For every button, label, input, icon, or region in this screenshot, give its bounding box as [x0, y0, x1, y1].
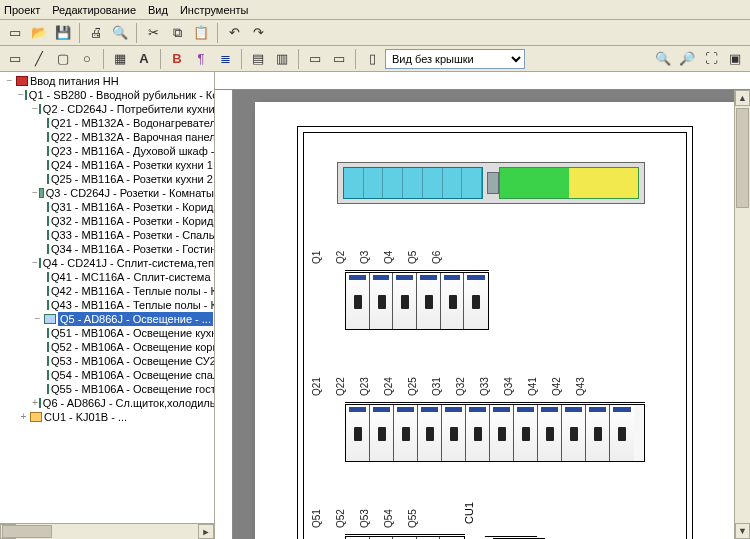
scroll-thumb[interactable]	[2, 525, 52, 538]
breaker-Q34[interactable]	[538, 405, 562, 461]
tree-item[interactable]: Q21 - MB132A - Водонагреватель -	[2, 116, 214, 130]
breaker-Q42[interactable]	[586, 405, 610, 461]
preview-button[interactable]: 🔍	[109, 22, 131, 44]
tree-q4[interactable]: −Q4 - CD241J - Сплит-система,теплые -	[2, 256, 214, 270]
bold-button[interactable]: B	[166, 48, 188, 70]
breaker-Q1[interactable]	[346, 273, 370, 329]
menu-view[interactable]: Вид	[148, 4, 168, 16]
scroll-up-icon[interactable]: ▲	[735, 90, 750, 106]
tree-hscrollbar[interactable]: ◄ ►	[0, 523, 214, 539]
zoom-out-button[interactable]: 🔎	[676, 48, 698, 70]
paste-button[interactable]: 📋	[190, 22, 212, 44]
tool-d[interactable]: ▭	[328, 48, 350, 70]
breaker-label: Q55	[407, 504, 435, 528]
canvas-vscrollbar[interactable]: ▲ ▼	[734, 90, 750, 539]
print-button[interactable]: 🖨	[85, 22, 107, 44]
tool-b[interactable]: ▥	[271, 48, 293, 70]
tree-item[interactable]: Q34 - MB116A - Розетки - Гостиная	[2, 242, 214, 256]
view-mode-select[interactable]: Вид без крышки	[385, 49, 525, 69]
zoom-in-button[interactable]: 🔍	[652, 48, 674, 70]
copy-button[interactable]: ⧉	[166, 22, 188, 44]
breaker-row-2: Q21Q22Q23Q24Q25Q31Q32Q33Q34Q41Q42Q43	[345, 374, 645, 462]
drawing-canvas[interactable]: Q1Q2Q3Q4Q5Q6 Q21Q22Q23Q24Q25Q31Q32Q33Q34…	[215, 72, 750, 539]
tree-panel: −Ввод питания НН −Q1 - SB280 - Вводной р…	[0, 72, 215, 539]
tree-q6[interactable]: +Q6 - AD866J - Сл.щиток,холодильник - ..…	[2, 396, 214, 410]
line-tool[interactable]: ╱	[28, 48, 50, 70]
cut-button[interactable]: ✂	[142, 22, 164, 44]
breaker-row-3: Q51Q52Q53Q54Q55 CU1	[345, 506, 545, 539]
text-tool[interactable]: A	[133, 48, 155, 70]
tree-item[interactable]: Q42 - MB116A - Теплые полы - Кух	[2, 284, 214, 298]
neutral-bus[interactable]	[343, 167, 483, 199]
tool-a[interactable]: ▤	[247, 48, 269, 70]
breaker-Q4[interactable]	[417, 273, 441, 329]
breaker-Q5[interactable]	[441, 273, 465, 329]
menu-project[interactable]: Проект	[4, 4, 40, 16]
toolbar-1: ▭ 📂 💾 🖨 🔍 ✂ ⧉ 📋 ↶ ↷	[0, 20, 750, 46]
grid-button[interactable]: ▦	[109, 48, 131, 70]
horizontal-ruler	[215, 72, 750, 90]
menu-edit[interactable]: Редактирование	[52, 4, 136, 16]
new-button[interactable]: ▭	[4, 22, 26, 44]
vertical-ruler	[215, 90, 233, 539]
breaker-Q24[interactable]	[418, 405, 442, 461]
select-tool[interactable]: ▭	[4, 48, 26, 70]
breaker-Q33[interactable]	[514, 405, 538, 461]
breaker-Q2[interactable]	[370, 273, 394, 329]
breaker-Q25[interactable]	[442, 405, 466, 461]
circle-tool[interactable]: ○	[76, 48, 98, 70]
breaker-Q41[interactable]	[562, 405, 586, 461]
tree-item[interactable]: Q23 - MB116A - Духовой шкаф - Ку	[2, 144, 214, 158]
breaker-row-1: Q1Q2Q3Q4Q5Q6	[345, 242, 489, 330]
tree-item[interactable]: Q41 - MC116A - Сплит-система - Го	[2, 270, 214, 284]
tree-item[interactable]: Q53 - MB106A - Освещение СУ2,ко	[2, 354, 214, 368]
menu-tools[interactable]: Инструменты	[180, 4, 249, 16]
tree-cu1[interactable]: +CU1 - KJ01B - ...	[2, 410, 214, 424]
tree-item[interactable]: Q51 - MB106A - Освещение кухни -	[2, 326, 214, 340]
project-tree[interactable]: −Ввод питания НН −Q1 - SB280 - Вводной р…	[0, 72, 214, 523]
breaker-Q31[interactable]	[466, 405, 490, 461]
tree-item[interactable]: Q24 - MB116A - Розетки кухни 1 - К	[2, 158, 214, 172]
breaker-Q22[interactable]	[370, 405, 394, 461]
zoom-100-button[interactable]: ▣	[724, 48, 746, 70]
bus-connector[interactable]	[487, 172, 499, 194]
tree-q5[interactable]: −Q5 - AD866J - Освещение - ...	[2, 312, 214, 326]
tree-root[interactable]: −Ввод питания НН	[2, 74, 214, 88]
tree-item[interactable]: Q31 - MB116A - Розетки - Коридор	[2, 200, 214, 214]
tree-item[interactable]: Q33 - MB116A - Розетки - Спальня	[2, 228, 214, 242]
tree-item[interactable]: Q22 - MB132A - Варочная панель -	[2, 130, 214, 144]
para-button[interactable]: ¶	[190, 48, 212, 70]
redo-button[interactable]: ↷	[247, 22, 269, 44]
earth-bus[interactable]	[499, 167, 639, 199]
breaker-Q6[interactable]	[464, 273, 488, 329]
tree-q3[interactable]: −Q3 - CD264J - Розетки - Комнаты	[2, 186, 214, 200]
layers-button[interactable]: ≣	[214, 48, 236, 70]
drawing-page[interactable]: Q1Q2Q3Q4Q5Q6 Q21Q22Q23Q24Q25Q31Q32Q33Q34…	[255, 102, 735, 539]
terminal-block[interactable]	[337, 162, 645, 204]
rect-tool[interactable]: ▢	[52, 48, 74, 70]
tree-q1[interactable]: −Q1 - SB280 - Вводной рубильник - Коридо	[2, 88, 214, 102]
scroll-right-icon[interactable]: ►	[198, 524, 214, 539]
save-button[interactable]: 💾	[52, 22, 74, 44]
tree-item[interactable]: Q32 - MB116A - Розетки - Коридор	[2, 214, 214, 228]
tree-item[interactable]: Q52 - MB106A - Освещение коридо	[2, 340, 214, 354]
breaker-Q21[interactable]	[346, 405, 370, 461]
scroll-thumb[interactable]	[736, 108, 749, 208]
tool-c[interactable]: ▭	[304, 48, 326, 70]
undo-button[interactable]: ↶	[223, 22, 245, 44]
toolbar-2: ▭ ╱ ▢ ○ ▦ A B ¶ ≣ ▤ ▥ ▭ ▭ ▯ Вид без крыш…	[0, 46, 750, 72]
tool-e[interactable]: ▯	[361, 48, 383, 70]
breaker-Q43[interactable]	[610, 405, 634, 461]
breaker-Q23[interactable]	[394, 405, 418, 461]
scroll-down-icon[interactable]: ▼	[735, 523, 750, 539]
tree-item[interactable]: Q54 - MB106A - Освещение спальн	[2, 368, 214, 382]
tree-item[interactable]: Q43 - MB116A - Теплые полы - Кор	[2, 298, 214, 312]
breaker-Q32[interactable]	[490, 405, 514, 461]
open-button[interactable]: 📂	[28, 22, 50, 44]
breaker-Q3[interactable]	[393, 273, 417, 329]
tree-item[interactable]: Q55 - MB106A - Освещение гостин-	[2, 382, 214, 396]
tree-q2[interactable]: −Q2 - CD264J - Потребители кухни - Кух	[2, 102, 214, 116]
breaker-label: Q43	[575, 372, 603, 396]
tree-item[interactable]: Q25 - MB116A - Розетки кухни 2 - К	[2, 172, 214, 186]
zoom-fit-button[interactable]: ⛶	[700, 48, 722, 70]
